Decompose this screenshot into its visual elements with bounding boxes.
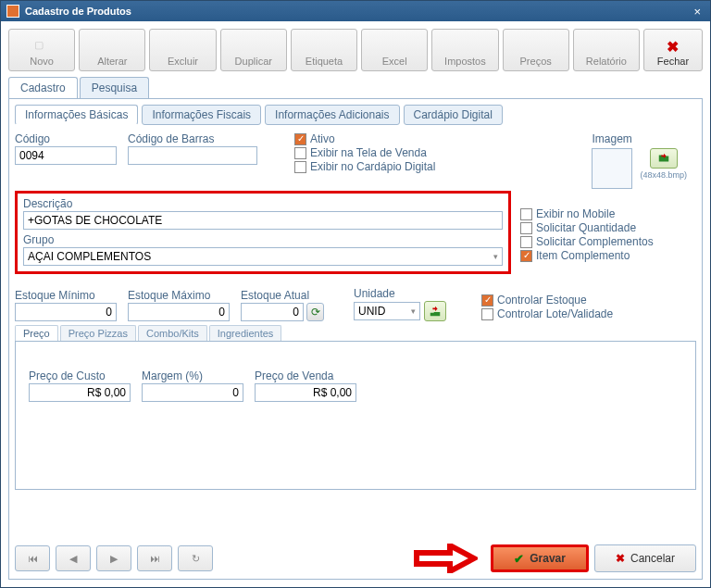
exibir-mobile-label: Exibir no Mobile xyxy=(536,207,615,220)
estmin-label: Estoque Mínimo xyxy=(15,289,117,302)
duplicate-icon xyxy=(246,39,261,54)
highlight-descricao-grupo: Descrição Grupo AÇAI COMPLEMENTOS ▾ xyxy=(15,191,511,274)
nav-first-button[interactable]: ⏮ xyxy=(15,545,50,571)
descricao-input[interactable] xyxy=(23,211,503,230)
footer: ⏮ ◀ ▶ ⏭ ↻ ✔ Gravar ✖ Cancelar xyxy=(15,538,696,573)
cancel-icon: ✖ xyxy=(616,552,625,565)
margem-label: Margem (%) xyxy=(142,369,243,382)
tab-ingredientes[interactable]: Ingredientes xyxy=(209,325,282,341)
tabs-preco: Preço Preço Pizzas Combo/Kits Ingredient… xyxy=(15,325,696,342)
estatual-refresh-button[interactable]: ⟳ xyxy=(306,303,324,321)
content: ▢Novo Alterar Excluir Duplicar Etiqueta … xyxy=(1,21,710,587)
venda-input[interactable] xyxy=(255,383,356,402)
ativo-checkbox[interactable] xyxy=(294,133,306,145)
report-icon xyxy=(599,39,614,54)
chevron-down-icon: ▾ xyxy=(411,307,416,316)
excel-button[interactable]: Excel xyxy=(361,29,428,71)
toolbar: ▢Novo Alterar Excluir Duplicar Etiqueta … xyxy=(8,29,703,71)
imagem-label: Imagem xyxy=(592,132,631,145)
gravar-button[interactable]: ✔ Gravar xyxy=(491,544,589,572)
folder-icon xyxy=(657,152,670,165)
exibir-cardapio-checkbox[interactable] xyxy=(294,161,306,173)
unidade-label: Unidade xyxy=(354,287,455,300)
barras-input[interactable] xyxy=(128,146,257,165)
exibir-tela-checkbox[interactable] xyxy=(294,147,306,159)
ctrl-lote-label: Controlar Lote/Validade xyxy=(497,307,613,320)
exibir-mobile-checkbox[interactable] xyxy=(520,208,532,220)
excluir-button[interactable]: Excluir xyxy=(149,29,216,71)
panel-preco: Preço de Custo Margem (%) Preço de Venda xyxy=(15,342,696,490)
tab-pesquisa[interactable]: Pesquisa xyxy=(80,77,149,98)
solicitar-comp-label: Solicitar Complementos xyxy=(536,235,654,248)
nav-prev-button[interactable]: ◀ xyxy=(56,545,91,571)
nav-refresh-button[interactable]: ↻ xyxy=(178,545,213,571)
item-comp-checkbox[interactable] xyxy=(520,250,532,262)
close-icon: ✖ xyxy=(667,38,679,56)
estmin-input[interactable] xyxy=(15,303,117,321)
nav-last-button[interactable]: ⏭ xyxy=(137,545,172,571)
ctrl-estoque-checkbox[interactable] xyxy=(481,294,493,307)
impostos-button[interactable]: Impostos xyxy=(431,29,498,71)
tabs-main: Cadastro Pesquisa xyxy=(8,77,703,99)
estatual-label: Estoque Atual xyxy=(241,289,324,302)
fechar-button[interactable]: ✖Fechar xyxy=(643,29,703,71)
grupo-label: Grupo xyxy=(23,233,503,246)
tab-preco-pizzas[interactable]: Preço Pizzas xyxy=(60,325,136,341)
cancelar-label: Cancelar xyxy=(630,552,675,565)
tab-info-fiscais[interactable]: Informações Fiscais xyxy=(142,105,261,125)
descricao-label: Descrição xyxy=(23,197,503,210)
grupo-value: AÇAI COMPLEMENTOS xyxy=(28,250,151,263)
barras-label: Código de Barras xyxy=(128,132,257,145)
alterar-button[interactable]: Alterar xyxy=(79,29,145,71)
label-icon xyxy=(317,39,331,54)
margem-input[interactable] xyxy=(142,383,243,402)
etiqueta-button[interactable]: Etiqueta xyxy=(291,29,357,71)
imagem-browse-button[interactable] xyxy=(650,148,678,169)
form-area: Código Código de Barras Ativo Exibir na … xyxy=(15,132,696,532)
estatual-input[interactable] xyxy=(241,303,304,321)
unidade-add-button[interactable] xyxy=(424,301,446,321)
cancelar-button[interactable]: ✖ Cancelar xyxy=(594,544,696,572)
edit-icon xyxy=(105,39,119,54)
custo-input[interactable] xyxy=(29,383,131,402)
price-icon xyxy=(529,39,543,54)
delete-icon xyxy=(176,39,191,54)
exibir-cardapio-label: Exibir no Cardápio Digital xyxy=(310,160,435,173)
tab-cardapio-digital[interactable]: Cardápio Digital xyxy=(404,105,503,125)
tab-combo-kits[interactable]: Combo/Kits xyxy=(138,325,207,341)
codigo-label: Código xyxy=(15,132,117,145)
titlebar: Cadastro de Produtos × xyxy=(1,1,710,21)
solicitar-comp-checkbox[interactable] xyxy=(520,236,532,248)
duplicar-button[interactable]: Duplicar xyxy=(220,29,287,71)
imagem-preview xyxy=(592,148,632,189)
tab-info-adicionais[interactable]: Informações Adicionais xyxy=(265,105,399,125)
tab-preco[interactable]: Preço xyxy=(15,325,58,341)
tab-info-basicas[interactable]: Informações Básicas xyxy=(15,105,138,125)
tab-cadastro[interactable]: Cadastro xyxy=(8,77,78,98)
grupo-select[interactable]: AÇAI COMPLEMENTOS ▾ xyxy=(23,247,503,266)
item-comp-label: Item Complemento xyxy=(536,249,630,262)
unidade-value: UNID xyxy=(358,305,385,318)
window-close-button[interactable]: × xyxy=(690,5,705,19)
excel-icon xyxy=(387,39,402,54)
solicitar-qtd-label: Solicitar Quantidade xyxy=(536,221,636,234)
chevron-down-icon: ▾ xyxy=(493,252,498,261)
estmax-input[interactable] xyxy=(128,303,230,321)
solicitar-qtd-checkbox[interactable] xyxy=(520,222,532,234)
codigo-input[interactable] xyxy=(15,146,117,165)
refresh-icon: ⟳ xyxy=(311,306,320,319)
imagem-caption: (48x48.bmp) xyxy=(640,170,687,180)
estmax-label: Estoque Máximo xyxy=(128,289,230,302)
unidade-select[interactable]: UNID ▾ xyxy=(354,302,420,320)
app-icon xyxy=(6,5,19,18)
precos-button[interactable]: Preços xyxy=(503,29,569,71)
nav-next-button[interactable]: ▶ xyxy=(96,545,131,571)
gravar-label: Gravar xyxy=(530,552,566,565)
novo-button[interactable]: ▢Novo xyxy=(8,29,75,71)
custo-label: Preço de Custo xyxy=(29,369,131,382)
tabs-info: Informações Básicas Informações Fiscais … xyxy=(15,105,696,125)
arrow-annotation xyxy=(413,544,478,573)
ctrl-lote-checkbox[interactable] xyxy=(481,308,493,320)
panel-cadastro: Informações Básicas Informações Fiscais … xyxy=(8,99,703,580)
relatorio-button[interactable]: Relatório xyxy=(573,29,640,71)
